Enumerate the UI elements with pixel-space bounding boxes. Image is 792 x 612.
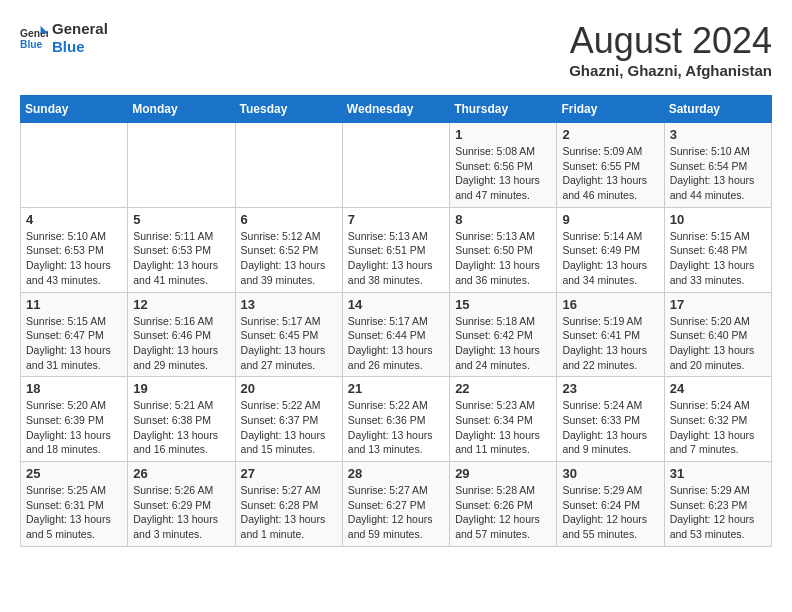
day-info: Daylight: 13 hours bbox=[455, 428, 551, 443]
day-info: and 24 minutes. bbox=[455, 358, 551, 373]
calendar-cell: 31Sunrise: 5:29 AMSunset: 6:23 PMDayligh… bbox=[664, 462, 771, 547]
day-info: Daylight: 12 hours bbox=[562, 512, 658, 527]
calendar-cell: 14Sunrise: 5:17 AMSunset: 6:44 PMDayligh… bbox=[342, 292, 449, 377]
day-number: 14 bbox=[348, 297, 444, 312]
day-number: 20 bbox=[241, 381, 337, 396]
day-number: 28 bbox=[348, 466, 444, 481]
calendar-table: SundayMondayTuesdayWednesdayThursdayFrid… bbox=[20, 95, 772, 547]
day-info: Sunrise: 5:20 AM bbox=[26, 398, 122, 413]
day-info: Daylight: 13 hours bbox=[241, 428, 337, 443]
day-number: 15 bbox=[455, 297, 551, 312]
day-number: 25 bbox=[26, 466, 122, 481]
day-info: Daylight: 13 hours bbox=[562, 428, 658, 443]
day-info: Daylight: 13 hours bbox=[455, 258, 551, 273]
calendar-cell: 28Sunrise: 5:27 AMSunset: 6:27 PMDayligh… bbox=[342, 462, 449, 547]
day-info: Sunset: 6:51 PM bbox=[348, 243, 444, 258]
day-number: 1 bbox=[455, 127, 551, 142]
day-info: Daylight: 12 hours bbox=[455, 512, 551, 527]
day-number: 30 bbox=[562, 466, 658, 481]
day-info: Daylight: 13 hours bbox=[670, 343, 766, 358]
day-info: and 9 minutes. bbox=[562, 442, 658, 457]
day-number: 4 bbox=[26, 212, 122, 227]
week-row-1: 1Sunrise: 5:08 AMSunset: 6:56 PMDaylight… bbox=[21, 123, 772, 208]
week-row-4: 18Sunrise: 5:20 AMSunset: 6:39 PMDayligh… bbox=[21, 377, 772, 462]
calendar-cell: 9Sunrise: 5:14 AMSunset: 6:49 PMDaylight… bbox=[557, 207, 664, 292]
day-info: Sunrise: 5:19 AM bbox=[562, 314, 658, 329]
calendar-cell bbox=[128, 123, 235, 208]
day-number: 29 bbox=[455, 466, 551, 481]
day-number: 17 bbox=[670, 297, 766, 312]
calendar-cell: 29Sunrise: 5:28 AMSunset: 6:26 PMDayligh… bbox=[450, 462, 557, 547]
day-info: Sunrise: 5:23 AM bbox=[455, 398, 551, 413]
calendar-cell: 1Sunrise: 5:08 AMSunset: 6:56 PMDaylight… bbox=[450, 123, 557, 208]
calendar-cell: 16Sunrise: 5:19 AMSunset: 6:41 PMDayligh… bbox=[557, 292, 664, 377]
calendar-cell: 6Sunrise: 5:12 AMSunset: 6:52 PMDaylight… bbox=[235, 207, 342, 292]
day-info: Sunrise: 5:10 AM bbox=[670, 144, 766, 159]
day-info: Sunrise: 5:17 AM bbox=[241, 314, 337, 329]
day-info: Sunset: 6:54 PM bbox=[670, 159, 766, 174]
day-info: Sunrise: 5:20 AM bbox=[670, 314, 766, 329]
day-info: and 16 minutes. bbox=[133, 442, 229, 457]
day-number: 11 bbox=[26, 297, 122, 312]
day-number: 31 bbox=[670, 466, 766, 481]
day-info: and 55 minutes. bbox=[562, 527, 658, 542]
calendar-cell: 4Sunrise: 5:10 AMSunset: 6:53 PMDaylight… bbox=[21, 207, 128, 292]
calendar-cell bbox=[342, 123, 449, 208]
calendar-cell: 15Sunrise: 5:18 AMSunset: 6:42 PMDayligh… bbox=[450, 292, 557, 377]
weekday-sunday: Sunday bbox=[21, 96, 128, 123]
day-number: 2 bbox=[562, 127, 658, 142]
calendar-cell: 10Sunrise: 5:15 AMSunset: 6:48 PMDayligh… bbox=[664, 207, 771, 292]
day-info: Sunrise: 5:29 AM bbox=[670, 483, 766, 498]
logo-line2: Blue bbox=[52, 38, 108, 56]
day-info: Sunrise: 5:09 AM bbox=[562, 144, 658, 159]
day-info: Sunrise: 5:14 AM bbox=[562, 229, 658, 244]
calendar-cell: 12Sunrise: 5:16 AMSunset: 6:46 PMDayligh… bbox=[128, 292, 235, 377]
day-info: and 27 minutes. bbox=[241, 358, 337, 373]
day-info: Daylight: 13 hours bbox=[455, 343, 551, 358]
day-number: 16 bbox=[562, 297, 658, 312]
day-info: Sunset: 6:28 PM bbox=[241, 498, 337, 513]
day-number: 6 bbox=[241, 212, 337, 227]
calendar-cell: 20Sunrise: 5:22 AMSunset: 6:37 PMDayligh… bbox=[235, 377, 342, 462]
calendar-cell: 18Sunrise: 5:20 AMSunset: 6:39 PMDayligh… bbox=[21, 377, 128, 462]
day-info: Sunrise: 5:17 AM bbox=[348, 314, 444, 329]
day-info: and 43 minutes. bbox=[26, 273, 122, 288]
day-info: and 34 minutes. bbox=[562, 273, 658, 288]
day-info: Sunset: 6:37 PM bbox=[241, 413, 337, 428]
day-number: 13 bbox=[241, 297, 337, 312]
month-title: August 2024 bbox=[569, 20, 772, 62]
day-info: Sunset: 6:53 PM bbox=[26, 243, 122, 258]
day-info: Sunrise: 5:18 AM bbox=[455, 314, 551, 329]
day-info: Daylight: 13 hours bbox=[562, 343, 658, 358]
day-number: 5 bbox=[133, 212, 229, 227]
calendar-cell: 8Sunrise: 5:13 AMSunset: 6:50 PMDaylight… bbox=[450, 207, 557, 292]
day-number: 10 bbox=[670, 212, 766, 227]
day-number: 3 bbox=[670, 127, 766, 142]
day-info: Daylight: 13 hours bbox=[133, 258, 229, 273]
day-info: Sunset: 6:46 PM bbox=[133, 328, 229, 343]
weekday-wednesday: Wednesday bbox=[342, 96, 449, 123]
day-info: Sunset: 6:49 PM bbox=[562, 243, 658, 258]
day-info: and 29 minutes. bbox=[133, 358, 229, 373]
day-info: Sunrise: 5:26 AM bbox=[133, 483, 229, 498]
day-number: 7 bbox=[348, 212, 444, 227]
day-info: and 20 minutes. bbox=[670, 358, 766, 373]
logo: General Blue General Blue bbox=[20, 20, 108, 56]
calendar-cell: 21Sunrise: 5:22 AMSunset: 6:36 PMDayligh… bbox=[342, 377, 449, 462]
day-info: Sunset: 6:27 PM bbox=[348, 498, 444, 513]
day-number: 19 bbox=[133, 381, 229, 396]
day-info: and 41 minutes. bbox=[133, 273, 229, 288]
day-info: Sunset: 6:32 PM bbox=[670, 413, 766, 428]
day-info: Daylight: 13 hours bbox=[670, 258, 766, 273]
day-info: Sunset: 6:52 PM bbox=[241, 243, 337, 258]
day-info: and 53 minutes. bbox=[670, 527, 766, 542]
day-info: Sunrise: 5:12 AM bbox=[241, 229, 337, 244]
day-info: and 59 minutes. bbox=[348, 527, 444, 542]
calendar-cell: 7Sunrise: 5:13 AMSunset: 6:51 PMDaylight… bbox=[342, 207, 449, 292]
logo-icon: General Blue bbox=[20, 24, 48, 52]
day-info: Daylight: 13 hours bbox=[241, 512, 337, 527]
day-info: Sunset: 6:42 PM bbox=[455, 328, 551, 343]
day-info: and 13 minutes. bbox=[348, 442, 444, 457]
day-info: Sunset: 6:45 PM bbox=[241, 328, 337, 343]
calendar-cell: 19Sunrise: 5:21 AMSunset: 6:38 PMDayligh… bbox=[128, 377, 235, 462]
